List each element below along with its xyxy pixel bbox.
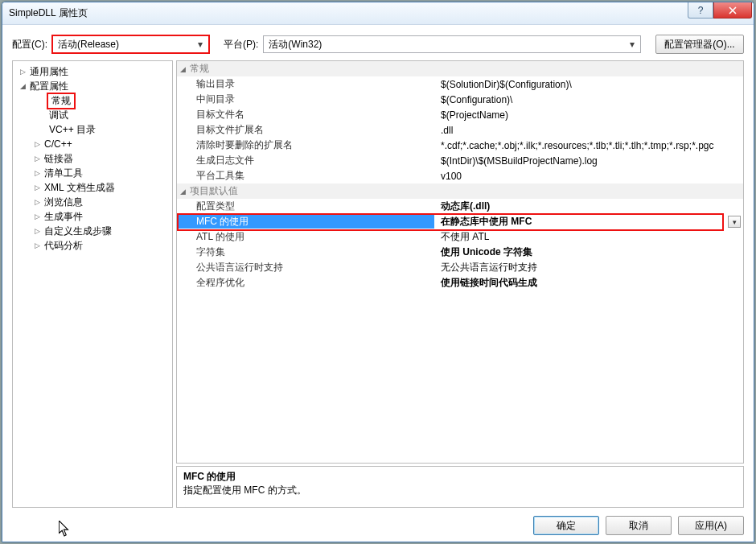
row-target-ext[interactable]: 目标文件扩展名.dll — [177, 122, 743, 138]
expand-icon: ▷ — [32, 198, 42, 206]
config-value: 活动(Release) — [58, 38, 119, 52]
body: ▷通用属性 ◢配置属性 常规 调试 VC++ 目录 ▷C/C++ ▷链接器 ▷清… — [12, 60, 744, 508]
config-label: 配置(C): — [12, 38, 47, 52]
category-defaults[interactable]: ◢项目默认值 — [177, 183, 743, 199]
expand-icon: ▷ — [18, 68, 27, 76]
row-output-dir[interactable]: 输出目录$(SolutionDir)$(Configuration)\ — [177, 76, 743, 92]
row-toolset[interactable]: 平台工具集v100 — [177, 168, 743, 183]
dropdown-button[interactable]: ▾ — [728, 216, 741, 228]
window-title: SimpleDLL 属性页 — [9, 6, 754, 20]
category-general[interactable]: ◢常规 — [177, 61, 743, 76]
tree-node-codeanalysis[interactable]: ▷代码分析 — [13, 238, 172, 253]
description-text: 指定配置使用 MFC 的方式。 — [183, 484, 737, 497]
nav-tree[interactable]: ▷通用属性 ◢配置属性 常规 调试 VC++ 目录 ▷C/C++ ▷链接器 ▷清… — [12, 60, 173, 508]
row-charset[interactable]: 字符集使用 Unicode 字符集 — [177, 245, 743, 260]
description-pane: MFC 的使用 指定配置使用 MFC 的方式。 — [176, 466, 744, 508]
row-mfc-use[interactable]: MFC 的使用 在静态库中使用 MFC ▾ — [177, 214, 743, 229]
client-area: 配置(C): 活动(Release) ▾ 平台(P): 活动(Win32) ▾ … — [2, 25, 754, 542]
tree-node-linker[interactable]: ▷链接器 — [13, 151, 172, 166]
help-button[interactable]: ? — [688, 2, 713, 19]
property-grid[interactable]: ◢常规 输出目录$(SolutionDir)$(Configuration)\ … — [176, 60, 744, 464]
row-clean-ext[interactable]: 清除时要删除的扩展名*.cdf;*.cache;*.obj;*.ilk;*.re… — [177, 138, 743, 153]
expand-icon: ▷ — [32, 140, 42, 148]
expand-icon: ▷ — [32, 241, 42, 249]
ok-button[interactable]: 确定 — [533, 516, 599, 535]
row-build-log[interactable]: 生成日志文件$(IntDir)\$(MSBuildProjectName).lo… — [177, 153, 743, 168]
platform-value: 活动(Win32) — [269, 38, 322, 52]
collapse-icon: ◢ — [18, 82, 27, 90]
titlebar[interactable]: SimpleDLL 属性页 ? — [2, 2, 754, 25]
collapse-icon: ◢ — [177, 188, 188, 196]
tree-node-custom[interactable]: ▷自定义生成步骤 — [13, 224, 172, 238]
chevron-down-icon: ▾ — [733, 218, 737, 226]
platform-label: 平台(P): — [224, 38, 258, 52]
tree-node-xmldoc[interactable]: ▷XML 文档生成器 — [13, 180, 172, 195]
tree-node-debug[interactable]: 调试 — [13, 108, 172, 122]
expand-icon: ▷ — [32, 212, 42, 220]
row-config-type[interactable]: 配置类型动态库(.dll) — [177, 199, 743, 214]
config-manager-button[interactable]: 配置管理器(O)... — [655, 35, 744, 54]
chevron-down-icon: ▾ — [194, 38, 207, 51]
tree-node-manifest[interactable]: ▷清单工具 — [13, 166, 172, 180]
row-target-name[interactable]: 目标文件名$(ProjectName) — [177, 107, 743, 122]
dialog-window: SimpleDLL 属性页 ? 配置(C): 活动(Release) ▾ 平台(… — [2, 2, 754, 542]
collapse-icon: ◢ — [177, 65, 188, 73]
row-int-dir[interactable]: 中间目录$(Configuration)\ — [177, 92, 743, 107]
tree-node-config-props[interactable]: ◢配置属性 — [13, 79, 172, 93]
tree-node-ccpp[interactable]: ▷C/C++ — [13, 137, 172, 151]
tree-node-general[interactable]: 常规 — [13, 93, 172, 108]
expand-icon: ▷ — [32, 155, 42, 163]
config-combo[interactable]: 活动(Release) ▾ — [52, 35, 209, 53]
apply-button[interactable]: 应用(A) — [678, 516, 744, 535]
row-wpo[interactable]: 全程序优化使用链接时间代码生成 — [177, 275, 743, 291]
expand-icon: ▷ — [32, 183, 42, 192]
tree-node-browse[interactable]: ▷浏览信息 — [13, 195, 172, 209]
chevron-down-icon: ▾ — [626, 38, 639, 51]
platform-combo[interactable]: 活动(Win32) ▾ — [263, 35, 641, 53]
tree-node-buildevents[interactable]: ▷生成事件 — [13, 209, 172, 224]
window-buttons: ? — [688, 2, 752, 20]
property-panel: ◢常规 输出目录$(SolutionDir)$(Configuration)\ … — [176, 60, 744, 508]
row-atl-use[interactable]: ATL 的使用不使用 ATL — [177, 229, 743, 245]
cursor-icon — [59, 521, 70, 537]
close-button[interactable] — [713, 2, 752, 19]
row-clr[interactable]: 公共语言运行时支持无公共语言运行时支持 — [177, 260, 743, 275]
expand-icon: ▷ — [32, 227, 42, 235]
cancel-button[interactable]: 取消 — [606, 516, 672, 535]
config-bar: 配置(C): 活动(Release) ▾ 平台(P): 活动(Win32) ▾ … — [12, 35, 744, 54]
tree-node-vcdir[interactable]: VC++ 目录 — [13, 122, 172, 137]
tree-node-common[interactable]: ▷通用属性 — [13, 64, 172, 79]
expand-icon: ▷ — [32, 169, 42, 177]
description-title: MFC 的使用 — [183, 470, 737, 484]
dialog-buttons: 确定 取消 应用(A) — [12, 516, 744, 535]
